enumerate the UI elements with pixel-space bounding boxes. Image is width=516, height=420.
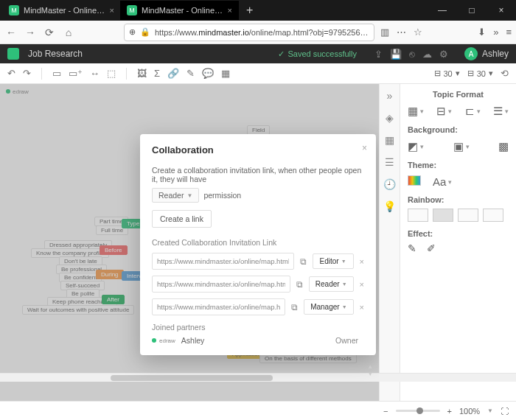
chevron-down-icon[interactable]: ▼ — [487, 407, 493, 414]
layout-icon[interactable]: ▦ — [385, 134, 394, 146]
height-control[interactable]: ⊟ 30 ▾ — [467, 69, 493, 78]
user-menu[interactable]: A Ashley — [464, 47, 509, 60]
tab-1[interactable]: M MindMaster - Online Mind M × — [3, 1, 121, 20]
window-maximize[interactable]: □ — [457, 0, 487, 21]
list-button[interactable]: ☰▾ — [493, 105, 509, 118]
rainbow-label: Rainbow: — [408, 195, 509, 204]
export-icon[interactable]: ⇪ — [374, 49, 383, 60]
link-row: ⧉ Editor ▼ × — [152, 253, 364, 270]
fullscreen-icon[interactable]: ⛶ — [501, 407, 509, 416]
save-icon[interactable]: 💾 — [390, 49, 402, 60]
role-select[interactable]: Editor ▼ — [313, 253, 354, 269]
window-minimize[interactable]: ― — [428, 0, 457, 21]
image-bg-button[interactable]: ▣▾ — [453, 140, 470, 153]
share-icon[interactable]: ⎋ — [409, 49, 415, 60]
create-link-button[interactable]: Create a link — [152, 210, 212, 228]
overflow-icon[interactable]: » — [493, 27, 498, 38]
panel-title: Topic Format — [408, 90, 509, 99]
h-scrollbar[interactable] — [0, 373, 516, 382]
undo-icon[interactable]: ↶ — [7, 68, 15, 79]
image-icon[interactable]: 🖼 — [137, 68, 147, 79]
tab-2-active[interactable]: M MindMaster - Online Mind M × — [121, 1, 239, 20]
canvas[interactable]: edraw Field Company Part time Full time … — [0, 84, 379, 401]
reset-icon[interactable]: ⟲ — [501, 68, 509, 79]
nav-back-icon[interactable]: ← — [4, 27, 18, 38]
subtopic-icon[interactable]: ▭⁺ — [69, 68, 83, 79]
effect-label: Effect: — [408, 229, 509, 238]
comment-icon[interactable]: 💬 — [202, 68, 214, 79]
new-tab-button[interactable]: + — [239, 4, 260, 17]
close-tab-icon[interactable]: × — [110, 6, 114, 15]
idea-icon[interactable]: 💡 — [383, 200, 396, 212]
right-tool-rail: » ◈ ▦ ☰ 🕘 💡 — [379, 84, 400, 401]
close-icon[interactable]: × — [362, 143, 367, 153]
copy-icon[interactable]: ⧉ — [291, 302, 298, 312]
link-url-input[interactable] — [152, 298, 285, 315]
partner-role: Owner — [335, 336, 358, 345]
link-url-input[interactable] — [152, 276, 290, 293]
link-row: ⧉ Manager ▼ × — [152, 298, 364, 315]
permission-select[interactable]: Reader▼ — [152, 188, 199, 203]
reader-icon[interactable]: ▥ — [380, 27, 389, 38]
copy-icon[interactable]: ⧉ — [300, 256, 307, 267]
align-button[interactable]: ⊟▾ — [436, 105, 452, 118]
menu-icon[interactable]: ≡ — [506, 27, 512, 38]
window-close[interactable]: × — [487, 0, 516, 21]
link-url-input[interactable] — [152, 253, 294, 270]
link-icon[interactable]: 🔗 — [167, 68, 179, 79]
rainbow-opt[interactable] — [408, 209, 428, 222]
settings-icon[interactable]: ⚙ — [439, 49, 448, 60]
nav-forward-icon[interactable]: → — [24, 27, 37, 38]
delete-icon[interactable]: × — [360, 280, 364, 289]
fill-button[interactable]: ◩▾ — [408, 140, 424, 153]
branch-button[interactable]: ⊏▾ — [465, 105, 481, 118]
zoom-slider[interactable] — [396, 410, 440, 412]
bg-label: Background: — [408, 125, 509, 134]
formula-icon[interactable]: Σ — [154, 68, 160, 79]
width-control[interactable]: ⊟ 30 ▾ — [434, 69, 460, 78]
theme-color-button[interactable] — [408, 175, 421, 186]
role-select[interactable]: Reader ▼ — [309, 276, 354, 292]
collapse-icon[interactable]: » — [387, 90, 393, 102]
delete-icon[interactable]: × — [360, 257, 364, 266]
style-icon[interactable]: ◈ — [386, 112, 394, 124]
partner-brand: edraw — [152, 337, 175, 344]
app-header: Job Research ✓ Saved successfully ⇪ 💾 ⎋ … — [0, 44, 516, 63]
nav-home-icon[interactable]: ⌂ — [62, 27, 75, 38]
rainbow-opt[interactable] — [433, 209, 453, 222]
cloud-icon[interactable]: ☁ — [422, 49, 432, 60]
rainbow-opt[interactable] — [483, 209, 503, 222]
role-select[interactable]: Manager ▼ — [304, 299, 353, 315]
link-row: ⧉ Reader ▼ × — [152, 276, 364, 293]
delete-icon[interactable]: × — [360, 303, 364, 312]
download-icon[interactable]: ⬇ — [478, 27, 486, 38]
relation-icon[interactable]: ↔ — [90, 68, 100, 79]
shield-icon: ⊕ — [129, 27, 136, 37]
close-tab-icon[interactable]: × — [228, 6, 232, 15]
more-icon[interactable]: ⋯ — [397, 27, 406, 38]
boundary-icon[interactable]: ⬚ — [107, 68, 116, 79]
table-icon[interactable]: ▦ — [221, 68, 230, 79]
zoom-out-icon[interactable]: − — [383, 407, 388, 416]
history-icon[interactable]: 🕘 — [383, 178, 396, 190]
browser-nav: ← → ⟳ ⌂ ⊕ 🔒 https://www.mindmaster.io/on… — [0, 21, 516, 44]
bookmark-star-icon[interactable]: ☆ — [414, 27, 422, 38]
outline-icon[interactable]: ☰ — [385, 156, 394, 168]
copy-icon[interactable]: ⧉ — [296, 279, 303, 290]
format-panel: Topic Format ▦▾ ⊟▾ ⊏▾ ☰▾ Background: ◩▾ … — [400, 84, 516, 401]
redo-icon[interactable]: ↷ — [23, 68, 31, 79]
nav-reload-icon[interactable]: ⟳ — [43, 27, 56, 38]
username: Ashley — [482, 49, 509, 59]
effect-brush-icon[interactable]: ✐ — [427, 242, 436, 254]
partners-heading: Joined partners — [152, 323, 364, 332]
effect-pen-icon[interactable]: ✎ — [408, 242, 416, 254]
pattern-button[interactable]: ▩ — [498, 140, 509, 153]
font-button[interactable]: Aa ▾ — [433, 175, 452, 188]
rainbow-opt[interactable] — [458, 209, 478, 222]
tab-title: MindMaster - Online Mind M — [24, 6, 105, 15]
topic-icon[interactable]: ▭ — [52, 68, 61, 79]
url-bar[interactable]: ⊕ 🔒 https://www.mindmaster.io/online/map… — [124, 24, 374, 41]
layout-button[interactable]: ▦▾ — [408, 105, 424, 118]
note-icon[interactable]: ✎ — [186, 68, 195, 79]
zoom-in-icon[interactable]: + — [447, 407, 452, 416]
